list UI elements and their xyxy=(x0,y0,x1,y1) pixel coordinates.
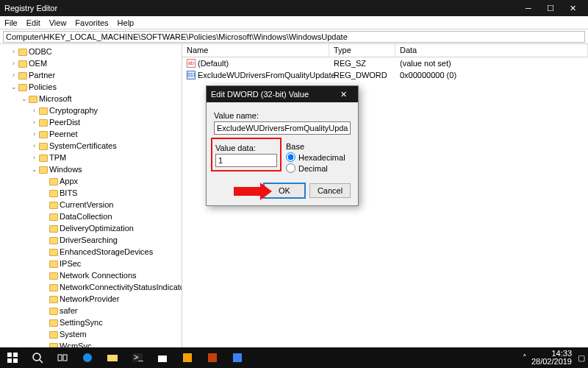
tree-item[interactable]: ›ODBC xyxy=(10,46,52,57)
menu-view[interactable]: View xyxy=(49,18,67,27)
app-icon-2[interactable] xyxy=(200,347,225,368)
tree-label: WcmSvc xyxy=(60,341,91,347)
expand-icon[interactable]: › xyxy=(10,70,17,81)
tree-item[interactable]: ›OEM xyxy=(10,58,47,69)
svg-line-5 xyxy=(40,360,43,363)
tree-item[interactable]: NetworkProvider xyxy=(41,294,119,305)
close-button[interactable]: ✕ xyxy=(562,0,584,16)
expand-icon[interactable]: › xyxy=(31,152,37,163)
tree-item[interactable]: ⌄Microsoft xyxy=(21,93,72,105)
tree-item[interactable]: DataCollection xyxy=(41,211,112,222)
tree-pane[interactable]: ›ODBC›OEM›Partner⌄Policies⌄Microsoft›Cry… xyxy=(0,44,182,347)
expand-icon[interactable] xyxy=(41,329,48,340)
expand-icon[interactable] xyxy=(41,305,48,316)
app-icon-3[interactable] xyxy=(225,347,250,368)
tree-item[interactable]: IPSec xyxy=(41,258,81,269)
radio-dec-input[interactable] xyxy=(286,163,295,173)
value-data-input[interactable] xyxy=(215,154,277,167)
radio-dec[interactable]: Decimal xyxy=(286,163,351,173)
col-type[interactable]: Type xyxy=(329,44,395,57)
tree-item[interactable]: System xyxy=(41,329,87,340)
tree-item[interactable]: ›Peernet xyxy=(31,129,78,140)
expand-icon[interactable] xyxy=(41,258,48,269)
tree-item[interactable]: ›PeerDist xyxy=(31,117,80,128)
expand-icon[interactable]: › xyxy=(31,105,37,116)
radio-hex-input[interactable] xyxy=(286,152,295,162)
clock[interactable]: 14:33 28/02/2019 xyxy=(531,350,573,366)
svg-rect-7 xyxy=(63,355,67,361)
tree-item[interactable]: NetworkConnectivityStatusIndicator xyxy=(41,282,182,293)
expand-icon[interactable] xyxy=(41,282,48,293)
tree-item[interactable]: WcmSvc xyxy=(41,341,91,347)
tree-item[interactable]: EnhancedStorageDevices xyxy=(41,247,153,258)
expand-icon[interactable] xyxy=(41,270,48,281)
address-input[interactable] xyxy=(3,31,585,43)
radio-hex[interactable]: Hexadecimal xyxy=(286,152,351,162)
tray-chevron-icon[interactable]: ˄ xyxy=(523,353,527,363)
expand-icon[interactable]: › xyxy=(10,46,17,57)
folder-icon xyxy=(39,155,48,162)
dialog-titlebar[interactable]: Edit DWORD (32-bit) Value ✕ xyxy=(207,86,358,102)
explorer-icon[interactable] xyxy=(100,347,125,368)
expand-icon[interactable] xyxy=(41,223,48,234)
menu-edit[interactable]: Edit xyxy=(26,18,40,27)
store-icon[interactable] xyxy=(150,347,175,368)
value-name-input[interactable] xyxy=(214,121,351,135)
tree-item[interactable]: ›Cryptography xyxy=(31,105,98,116)
expand-icon[interactable]: › xyxy=(10,58,17,69)
expand-icon[interactable] xyxy=(41,176,48,187)
list-row[interactable]: ab(Default) REG_SZ (value not set) xyxy=(182,57,588,69)
expand-icon[interactable] xyxy=(41,294,48,305)
notifications-icon[interactable]: ▢ xyxy=(578,353,585,363)
expand-icon[interactable]: ⌄ xyxy=(10,82,17,93)
tree-item[interactable]: ⌄Policies xyxy=(10,82,57,93)
system-tray[interactable]: ˄ 14:33 28/02/2019 ▢ xyxy=(520,350,588,366)
expand-icon[interactable]: › xyxy=(31,117,37,128)
value-data-label: Value data: xyxy=(215,144,277,152)
menu-file[interactable]: File xyxy=(4,18,18,27)
tree-item[interactable]: Appx xyxy=(41,176,78,187)
expand-icon[interactable] xyxy=(41,188,48,199)
minimize-button[interactable]: ─ xyxy=(517,0,539,16)
col-name[interactable]: Name xyxy=(182,44,329,57)
dialog-close-icon[interactable]: ✕ xyxy=(333,90,354,99)
tree-item[interactable]: CurrentVersion xyxy=(41,199,113,210)
menu-favorites[interactable]: Favorites xyxy=(75,18,108,27)
tree-item[interactable]: DeliveryOptimization xyxy=(41,223,134,234)
tree-item[interactable]: BITS xyxy=(41,188,77,199)
list-row[interactable]: 011ExcludeWUDriversFromQualityUpdate REG… xyxy=(182,69,588,81)
expand-icon[interactable] xyxy=(41,199,48,210)
expand-icon[interactable] xyxy=(41,211,48,222)
menu-help[interactable]: Help xyxy=(118,18,135,27)
expand-icon[interactable] xyxy=(41,247,48,258)
expand-icon[interactable]: › xyxy=(31,129,37,140)
tree-item[interactable]: DriverSearching xyxy=(41,235,118,246)
folder-icon xyxy=(49,308,58,315)
tree-item[interactable]: safer xyxy=(41,305,77,316)
app-icon-1[interactable] xyxy=(175,347,200,368)
tree-item[interactable]: SettingSync xyxy=(41,317,103,328)
tree-item[interactable]: ›Partner xyxy=(10,70,55,81)
expand-icon[interactable]: ⌄ xyxy=(21,93,27,105)
ok-button[interactable]: OK xyxy=(264,183,305,198)
tree-item[interactable]: Network Connections xyxy=(41,270,137,281)
tree-item[interactable]: ›TPM xyxy=(31,152,66,163)
maximize-button[interactable]: ☐ xyxy=(539,0,562,16)
expand-icon[interactable] xyxy=(41,341,48,347)
expand-icon[interactable]: › xyxy=(31,141,37,152)
tree-item[interactable]: ›SystemCertificates xyxy=(31,141,117,152)
edge-icon[interactable] xyxy=(75,347,100,368)
titlebar: Registry Editor ─ ☐ ✕ xyxy=(0,0,588,16)
expand-icon[interactable] xyxy=(41,235,48,246)
expand-icon[interactable]: ⌄ xyxy=(31,164,37,175)
svg-text:>_: >_ xyxy=(134,353,143,361)
start-button[interactable] xyxy=(0,347,25,368)
col-data[interactable]: Data xyxy=(395,44,588,57)
task-view-icon[interactable] xyxy=(50,347,75,368)
cmd-icon[interactable]: >_ xyxy=(125,347,150,368)
tree-item[interactable]: ⌄Windows xyxy=(31,164,82,175)
tree-label: Appx xyxy=(60,176,78,187)
expand-icon[interactable] xyxy=(41,317,48,328)
cancel-button[interactable]: Cancel xyxy=(309,183,351,198)
search-icon[interactable] xyxy=(25,347,50,368)
